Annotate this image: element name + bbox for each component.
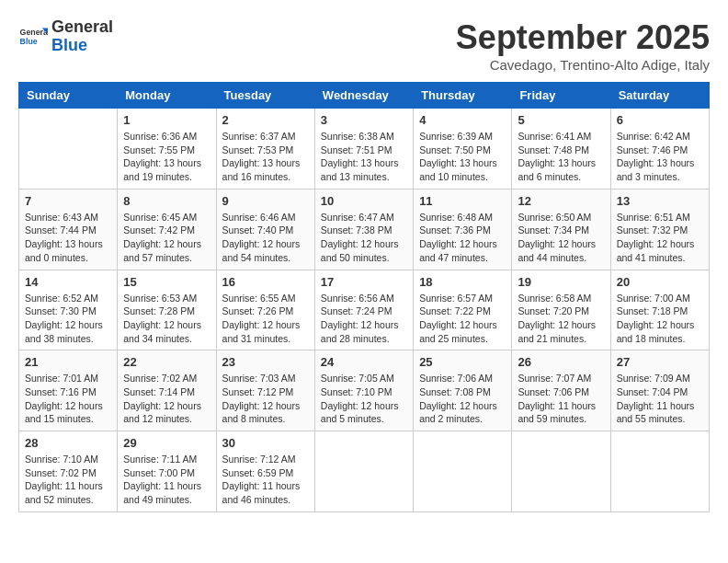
page-header: General Blue General Blue September 2025… [18, 18, 710, 73]
calendar-cell [314, 431, 413, 512]
calendar-header-thursday: Thursday [414, 83, 512, 109]
logo-icon: General Blue [18, 22, 48, 52]
calendar-cell [414, 431, 512, 512]
calendar-cell: 1Sunrise: 6:36 AM Sunset: 7:55 PM Daylig… [118, 109, 216, 190]
calendar-header-friday: Friday [512, 83, 610, 109]
calendar-cell: 12Sunrise: 6:50 AM Sunset: 7:34 PM Dayli… [512, 189, 610, 270]
calendar-cell: 22Sunrise: 7:02 AM Sunset: 7:14 PM Dayli… [118, 350, 216, 431]
logo-blue-text: Blue [51, 37, 113, 55]
day-number: 27 [617, 355, 703, 369]
calendar-header-tuesday: Tuesday [216, 83, 314, 109]
day-info: Sunrise: 6:38 AM Sunset: 7:51 PM Dayligh… [321, 130, 407, 184]
day-number: 15 [123, 275, 210, 289]
day-info: Sunrise: 6:46 AM Sunset: 7:40 PM Dayligh… [222, 211, 309, 265]
day-number: 16 [222, 275, 309, 289]
day-number: 4 [419, 113, 506, 127]
calendar-week-row: 1Sunrise: 6:36 AM Sunset: 7:55 PM Daylig… [19, 109, 710, 190]
day-number: 3 [321, 113, 407, 127]
day-info: Sunrise: 6:45 AM Sunset: 7:42 PM Dayligh… [123, 211, 210, 265]
day-number: 25 [419, 355, 506, 369]
calendar-week-row: 28Sunrise: 7:10 AM Sunset: 7:02 PM Dayli… [19, 431, 710, 512]
calendar-cell: 16Sunrise: 6:55 AM Sunset: 7:26 PM Dayli… [216, 270, 314, 350]
calendar-cell: 23Sunrise: 7:03 AM Sunset: 7:12 PM Dayli… [216, 350, 314, 431]
day-number: 14 [25, 275, 111, 289]
calendar-week-row: 21Sunrise: 7:01 AM Sunset: 7:16 PM Dayli… [19, 350, 710, 431]
calendar-cell [512, 431, 610, 512]
day-number: 5 [518, 113, 604, 127]
day-number: 2 [222, 113, 309, 127]
day-info: Sunrise: 6:48 AM Sunset: 7:36 PM Dayligh… [419, 211, 506, 265]
day-info: Sunrise: 6:42 AM Sunset: 7:46 PM Dayligh… [617, 130, 703, 184]
day-info: Sunrise: 6:36 AM Sunset: 7:55 PM Dayligh… [123, 130, 210, 184]
calendar-cell: 27Sunrise: 7:09 AM Sunset: 7:04 PM Dayli… [610, 350, 709, 431]
calendar-header-monday: Monday [118, 83, 216, 109]
calendar-cell: 20Sunrise: 7:00 AM Sunset: 7:18 PM Dayli… [610, 270, 709, 350]
day-info: Sunrise: 7:05 AM Sunset: 7:10 PM Dayligh… [321, 372, 407, 426]
calendar-week-row: 7Sunrise: 6:43 AM Sunset: 7:44 PM Daylig… [19, 189, 710, 270]
calendar-cell: 17Sunrise: 6:56 AM Sunset: 7:24 PM Dayli… [314, 270, 413, 350]
calendar-cell: 2Sunrise: 6:37 AM Sunset: 7:53 PM Daylig… [216, 109, 314, 190]
calendar-cell: 29Sunrise: 7:11 AM Sunset: 7:00 PM Dayli… [118, 431, 216, 512]
day-info: Sunrise: 7:11 AM Sunset: 7:00 PM Dayligh… [123, 453, 210, 507]
calendar-cell: 4Sunrise: 6:39 AM Sunset: 7:50 PM Daylig… [414, 109, 512, 190]
calendar-cell: 3Sunrise: 6:38 AM Sunset: 7:51 PM Daylig… [314, 109, 413, 190]
calendar-header-wednesday: Wednesday [314, 83, 413, 109]
day-info: Sunrise: 6:56 AM Sunset: 7:24 PM Dayligh… [321, 292, 407, 346]
day-info: Sunrise: 7:06 AM Sunset: 7:08 PM Dayligh… [419, 372, 506, 426]
title-block: September 2025 Cavedago, Trentino-Alto A… [456, 18, 710, 73]
calendar-cell: 10Sunrise: 6:47 AM Sunset: 7:38 PM Dayli… [314, 189, 413, 270]
day-number: 21 [25, 355, 111, 369]
day-info: Sunrise: 7:10 AM Sunset: 7:02 PM Dayligh… [25, 453, 111, 507]
day-info: Sunrise: 7:00 AM Sunset: 7:18 PM Dayligh… [617, 292, 703, 346]
calendar-cell [610, 431, 709, 512]
logo-text: General Blue [51, 18, 113, 55]
day-number: 28 [25, 436, 111, 450]
svg-text:Blue: Blue [20, 37, 38, 46]
day-number: 26 [518, 355, 604, 369]
day-number: 13 [617, 194, 703, 208]
day-number: 7 [25, 194, 111, 208]
calendar-week-row: 14Sunrise: 6:52 AM Sunset: 7:30 PM Dayli… [19, 270, 710, 350]
calendar-cell: 26Sunrise: 7:07 AM Sunset: 7:06 PM Dayli… [512, 350, 610, 431]
calendar-header-row: SundayMondayTuesdayWednesdayThursdayFrid… [19, 83, 710, 109]
day-number: 17 [321, 275, 407, 289]
day-info: Sunrise: 7:09 AM Sunset: 7:04 PM Dayligh… [617, 372, 703, 426]
day-number: 19 [518, 275, 604, 289]
day-info: Sunrise: 6:39 AM Sunset: 7:50 PM Dayligh… [419, 130, 506, 184]
calendar-cell [19, 109, 118, 190]
day-info: Sunrise: 7:02 AM Sunset: 7:14 PM Dayligh… [123, 372, 210, 426]
calendar-header-saturday: Saturday [610, 83, 709, 109]
day-info: Sunrise: 7:07 AM Sunset: 7:06 PM Dayligh… [518, 372, 604, 426]
calendar-cell: 5Sunrise: 6:41 AM Sunset: 7:48 PM Daylig… [512, 109, 610, 190]
calendar-cell: 19Sunrise: 6:58 AM Sunset: 7:20 PM Dayli… [512, 270, 610, 350]
calendar-table: SundayMondayTuesdayWednesdayThursdayFrid… [18, 82, 710, 512]
day-number: 9 [222, 194, 309, 208]
day-info: Sunrise: 7:12 AM Sunset: 6:59 PM Dayligh… [222, 453, 309, 507]
logo: General Blue General Blue [18, 18, 113, 55]
calendar-cell: 11Sunrise: 6:48 AM Sunset: 7:36 PM Dayli… [414, 189, 512, 270]
day-info: Sunrise: 6:47 AM Sunset: 7:38 PM Dayligh… [321, 211, 407, 265]
calendar-header-sunday: Sunday [19, 83, 118, 109]
calendar-cell: 8Sunrise: 6:45 AM Sunset: 7:42 PM Daylig… [118, 189, 216, 270]
day-number: 8 [123, 194, 210, 208]
day-number: 6 [617, 113, 703, 127]
day-info: Sunrise: 7:03 AM Sunset: 7:12 PM Dayligh… [222, 372, 309, 426]
day-info: Sunrise: 6:50 AM Sunset: 7:34 PM Dayligh… [518, 211, 604, 265]
calendar-cell: 21Sunrise: 7:01 AM Sunset: 7:16 PM Dayli… [19, 350, 118, 431]
day-info: Sunrise: 6:51 AM Sunset: 7:32 PM Dayligh… [617, 211, 703, 265]
day-info: Sunrise: 6:53 AM Sunset: 7:28 PM Dayligh… [123, 292, 210, 346]
day-info: Sunrise: 6:41 AM Sunset: 7:48 PM Dayligh… [518, 130, 604, 184]
calendar-cell: 14Sunrise: 6:52 AM Sunset: 7:30 PM Dayli… [19, 270, 118, 350]
day-number: 24 [321, 355, 407, 369]
day-info: Sunrise: 7:01 AM Sunset: 7:16 PM Dayligh… [25, 372, 111, 426]
calendar-cell: 28Sunrise: 7:10 AM Sunset: 7:02 PM Dayli… [19, 431, 118, 512]
day-number: 20 [617, 275, 703, 289]
day-info: Sunrise: 6:58 AM Sunset: 7:20 PM Dayligh… [518, 292, 604, 346]
month-title: September 2025 [456, 18, 710, 57]
day-number: 30 [222, 436, 309, 450]
calendar-cell: 18Sunrise: 6:57 AM Sunset: 7:22 PM Dayli… [414, 270, 512, 350]
day-number: 10 [321, 194, 407, 208]
day-number: 1 [123, 113, 210, 127]
calendar-cell: 7Sunrise: 6:43 AM Sunset: 7:44 PM Daylig… [19, 189, 118, 270]
calendar-cell: 25Sunrise: 7:06 AM Sunset: 7:08 PM Dayli… [414, 350, 512, 431]
